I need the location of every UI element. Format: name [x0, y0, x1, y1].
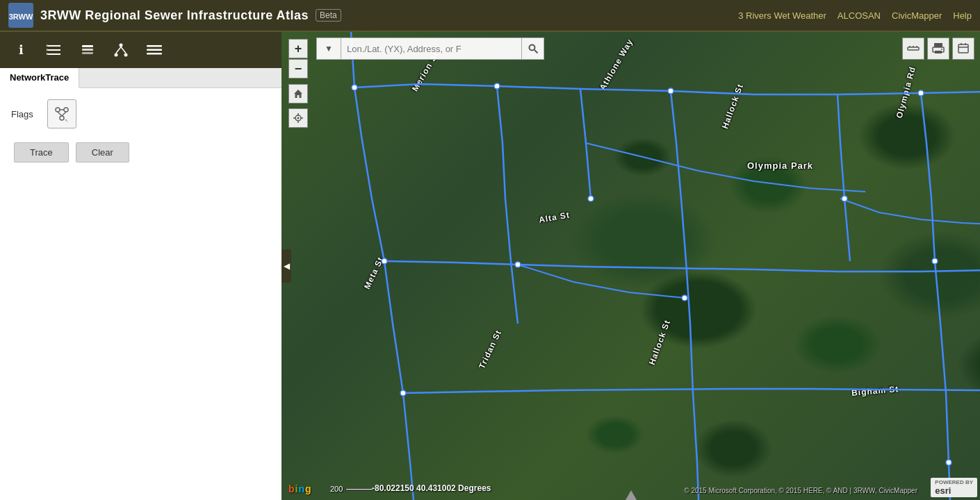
map-locate-button[interactable]: [288, 108, 308, 128]
search-dropdown[interactable]: ▼: [316, 38, 341, 60]
flags-row: Flags ↖: [11, 99, 270, 128]
network-icon: [113, 42, 129, 58]
map-container[interactable]: Merion St Athlone Way Hallock St Olympia…: [281, 32, 980, 500]
list-icon: [47, 44, 62, 56]
menu-button[interactable]: [139, 35, 170, 65]
layers-button[interactable]: [72, 35, 103, 65]
svg-point-21: [60, 116, 64, 120]
svg-rect-6: [47, 49, 48, 51]
print-button[interactable]: [927, 38, 949, 60]
svg-rect-10: [82, 45, 93, 47]
info-button[interactable]: ℹ: [6, 35, 36, 65]
svg-rect-9: [82, 49, 93, 51]
svg-text:3RWW: 3RWW: [9, 12, 33, 21]
locate-icon[interactable]: [288, 108, 308, 128]
map-home-button[interactable]: [288, 84, 308, 103]
panel-content: NetworkTrace Flags: [0, 68, 281, 500]
beta-badge: Beta: [316, 9, 341, 22]
esri-logo: POWERED BY esri: [931, 478, 977, 497]
search-icon: [528, 43, 539, 54]
svg-line-23: [58, 112, 62, 116]
panel-tabs: NetworkTrace: [0, 68, 281, 88]
svg-point-56: [941, 49, 942, 50]
svg-text:↖: ↖: [65, 118, 69, 123]
tab-network-trace[interactable]: NetworkTrace: [0, 68, 79, 88]
svg-line-48: [534, 50, 538, 53]
left-panel: ℹ: [0, 32, 281, 500]
map-toolbar-right: [902, 38, 974, 60]
clear-button[interactable]: Clear: [76, 142, 129, 162]
home-svg: [293, 88, 304, 99]
flags-label: Flags: [11, 109, 39, 119]
nav-alcosan[interactable]: ALCOSAN: [838, 10, 881, 21]
svg-rect-4: [48, 53, 60, 55]
nav-3rivers[interactable]: 3 Rivers Wet Weather: [738, 10, 826, 21]
collapse-handle[interactable]: ◀: [281, 249, 291, 283]
print-icon: [932, 42, 945, 55]
trace-content: Flags ↖: [0, 88, 281, 174]
search-input-wrap: [341, 38, 522, 60]
share-button[interactable]: [952, 38, 974, 60]
svg-rect-2: [48, 45, 60, 47]
svg-point-47: [529, 45, 534, 51]
esri-text: esri: [935, 485, 951, 496]
svg-rect-7: [47, 53, 48, 56]
main-layout: ℹ: [0, 32, 980, 500]
trace-buttons: Trace Clear: [14, 142, 270, 162]
measure-button[interactable]: [902, 38, 924, 60]
svg-line-15: [121, 47, 126, 53]
info-icon: ℹ: [19, 42, 24, 58]
gps-arrow-button[interactable]: [626, 490, 637, 500]
svg-point-12: [115, 53, 118, 57]
menu-icon: [147, 44, 162, 56]
svg-line-14: [116, 47, 121, 53]
left-toolbar: ℹ: [0, 32, 281, 68]
svg-point-19: [56, 108, 60, 112]
svg-rect-55: [935, 51, 942, 53]
svg-rect-5: [47, 45, 48, 47]
search-input[interactable]: [341, 38, 522, 60]
svg-point-20: [64, 108, 68, 112]
svg-rect-53: [934, 43, 942, 47]
list-button[interactable]: [39, 35, 70, 65]
svg-rect-3: [48, 49, 60, 51]
network-button[interactable]: [106, 35, 136, 65]
nav-help[interactable]: Help: [953, 10, 972, 21]
svg-rect-16: [147, 45, 162, 47]
search-bar: ▼: [316, 38, 544, 60]
svg-rect-49: [908, 47, 919, 50]
app-title: 3RWW Regional Sewer Infrastructure Atlas: [40, 8, 309, 23]
locate-svg: [293, 112, 304, 124]
svg-rect-18: [147, 53, 162, 55]
nav-civicmapper[interactable]: CivicMapper: [892, 10, 942, 21]
layers-icon: [80, 42, 95, 58]
collapse-icon: ◀: [284, 261, 290, 271]
search-button[interactable]: [522, 38, 544, 60]
dropdown-arrow-icon: ▼: [325, 44, 333, 53]
top-nav: 3 Rivers Wet Weather ALCOSAN CivicMapper…: [738, 10, 972, 21]
home-icon[interactable]: [288, 84, 308, 103]
svg-point-13: [124, 53, 128, 57]
svg-rect-8: [82, 52, 93, 54]
zoom-out-button[interactable]: −: [288, 59, 308, 78]
app-header: 3RWW 3RWW Regional Sewer Infrastructure …: [0, 0, 980, 32]
svg-rect-57: [958, 44, 968, 53]
flags-icon-button[interactable]: ↖: [47, 99, 76, 128]
svg-point-11: [120, 44, 123, 47]
app-logo: 3RWW: [8, 3, 33, 28]
svg-point-42: [297, 117, 300, 119]
scale-value: 200: [330, 485, 343, 493]
svg-line-24: [62, 112, 66, 116]
share-icon: [957, 42, 970, 55]
powered-by-text: POWERED BY: [935, 479, 973, 485]
map-zoom-controls: + −: [288, 39, 308, 78]
zoom-in-button[interactable]: +: [288, 39, 308, 58]
scale-line: [345, 488, 373, 490]
scale-bar: 200: [330, 485, 373, 493]
map-background: [281, 32, 980, 500]
flag-network-icon: ↖: [52, 104, 72, 124]
measure-icon: [907, 42, 920, 55]
svg-rect-17: [147, 49, 162, 51]
trace-button[interactable]: Trace: [14, 142, 69, 162]
